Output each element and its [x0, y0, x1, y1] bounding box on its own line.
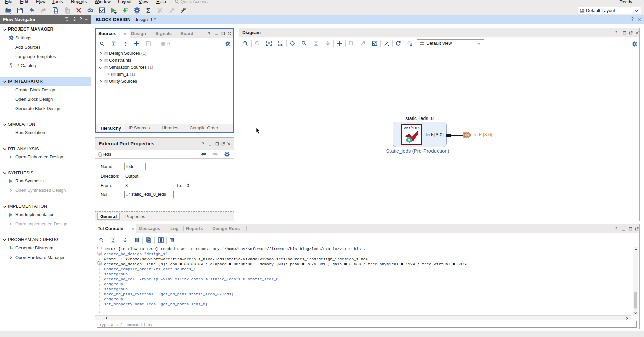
svg-text:10: 10 [11, 248, 13, 249]
svg-text:10: 10 [126, 10, 128, 12]
svg-text:Σ: Σ [146, 7, 150, 14]
svg-text:HLS: HLS [413, 126, 420, 130]
svg-text:?: ? [147, 42, 149, 45]
svg-text:Vitis: Vitis [404, 126, 410, 130]
